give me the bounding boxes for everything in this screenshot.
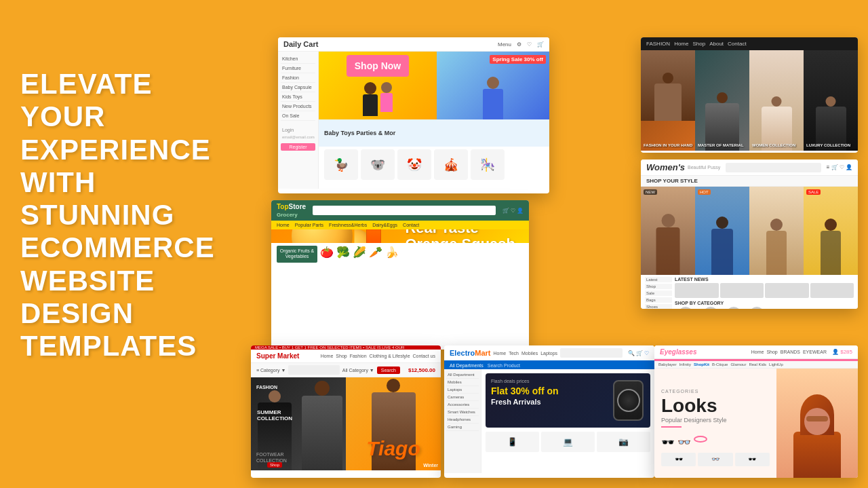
- women-sidebar-item-2[interactable]: Shop: [645, 284, 672, 289]
- sm-brand-name: Tiago: [366, 437, 420, 460]
- em-nav-laptops[interactable]: Laptops: [540, 351, 557, 356]
- sm-left-panel: SummerCollection Shop Fashion FootwearCo…: [251, 377, 346, 470]
- em-sidebar-2[interactable]: Mobiles: [446, 379, 479, 386]
- em-cat-search[interactable]: Search Product: [488, 363, 520, 368]
- em-search[interactable]: [560, 348, 622, 358]
- sm-nav-contact[interactable]: Contact us: [413, 354, 435, 358]
- em-sidebar-4[interactable]: Cameras: [446, 394, 479, 401]
- sm-search-btn[interactable]: Search: [377, 367, 400, 374]
- sm-all-category[interactable]: All Category ▼: [342, 368, 374, 373]
- sm-category-select[interactable]: ≡ Category ▼: [256, 368, 285, 373]
- eg-brand-2[interactable]: Infinity: [679, 362, 691, 367]
- eg-prod-1: 🕶️: [661, 453, 696, 466]
- grocery-header: TopStoreGrocery 🛒 ♡ 👤: [271, 200, 529, 221]
- women-cat-4[interactable]: Hat Products: [745, 307, 768, 309]
- sm-subheader: Super Market Home Shop Fashion Clothing …: [251, 350, 441, 363]
- eg-brand-3[interactable]: ShopKit: [694, 362, 709, 367]
- eg-brand-1[interactable]: Babylayer: [658, 362, 677, 367]
- women-search[interactable]: [726, 163, 821, 172]
- em-cat-all[interactable]: All Departments: [450, 363, 484, 368]
- women-cat-1[interactable]: Sunglasses: [675, 307, 696, 309]
- sm-nav: Home Shop Fashion Clothing & Lifestyle C…: [321, 354, 435, 358]
- em-nav-home[interactable]: Home: [494, 351, 507, 356]
- women-sidebar-item-4[interactable]: Bags: [645, 297, 672, 303]
- orange-bottle: [366, 229, 381, 243]
- baby-header: Daily Cart Menu⚙♡🛒: [278, 37, 549, 52]
- fashion-card-1-label: FASHION IN YOUR HAND: [644, 143, 692, 148]
- women-cat-3[interactable]: Necklace: [726, 307, 743, 309]
- grocery-nav-popular[interactable]: Popular Parts: [295, 223, 323, 227]
- baby-section-title: Baby Toys Parties & Mor: [319, 119, 549, 147]
- eg-glasses-1[interactable]: 🕶️: [661, 436, 675, 449]
- em-sidebar: All Department Mobiles Laptops Cameras A…: [444, 369, 481, 473]
- eg-main-subtitle: Popular Designers Style: [661, 417, 770, 424]
- baby-body: Kitchen Furniture Fashion Baby Capsule K…: [278, 52, 549, 189]
- fashion-card-3: WOMEN COLLECTION: [749, 50, 804, 151]
- veg-2: 🥦: [336, 246, 350, 263]
- grocery-nav-contact[interactable]: Contact: [403, 223, 419, 227]
- sm-search-input[interactable]: [288, 365, 339, 375]
- grocery-search[interactable]: [313, 206, 495, 215]
- grocery-nav-dairy[interactable]: Dairy&Eggs: [372, 223, 397, 227]
- grocery-nav-fresh[interactable]: Freshness&Herbs: [329, 223, 367, 227]
- baby-cat-1[interactable]: Kitchen: [281, 54, 315, 64]
- eg-nav-home[interactable]: Home: [751, 350, 764, 354]
- shop-now-btn[interactable]: Shop Now: [347, 55, 409, 77]
- sm-nav-home[interactable]: Home: [321, 354, 334, 358]
- women-card-2: HOT: [695, 187, 749, 275]
- eg-cart-info: 👤 $285: [832, 349, 852, 355]
- electromart-mockup[interactable]: ElectroMart Home Tech Mobiles Laptops 🔍 …: [444, 345, 654, 478]
- em-sidebar-1[interactable]: All Department: [446, 371, 479, 379]
- em-sidebar-6[interactable]: Smart Watches: [446, 409, 479, 416]
- women-sidebar-item-3[interactable]: Sale: [645, 290, 672, 296]
- em-nav-tech[interactable]: Tech: [509, 351, 519, 356]
- baby-cat-4[interactable]: Baby Capsule: [281, 83, 315, 92]
- fashion-card-4-label: LUXURY COLLECTION: [806, 143, 850, 148]
- eg-brand-4[interactable]: B-Ctique: [712, 362, 728, 367]
- em-sidebar-7[interactable]: Headphones: [446, 416, 479, 424]
- eg-model: [793, 394, 841, 478]
- eg-nav-eyewear[interactable]: EYEWEAR: [803, 350, 827, 354]
- eg-glasses-3[interactable]: [694, 436, 707, 443]
- em-sidebar-8[interactable]: Gaming: [446, 424, 479, 431]
- eg-product-row: 🕶️ 👓: [661, 436, 770, 449]
- eyeglasses-mockup[interactable]: Eyeglasses Home Shop BRANDS EYEWEAR 👤 $2…: [654, 345, 858, 478]
- women-fashion-mockup[interactable]: Women's Beautiful Pussy ≡ 🛒 ♡ 👤 SHOP YOU…: [641, 159, 858, 309]
- women-sidebar-item-5[interactable]: Shoes: [645, 304, 672, 309]
- grocery-nav: Home Popular Parts Freshness&Herbs Dairy…: [271, 221, 529, 229]
- eg-nav-shop[interactable]: Shop: [766, 350, 777, 354]
- eg-brand-7[interactable]: LightUp: [769, 362, 783, 367]
- em-nav-mobiles[interactable]: Mobiles: [521, 351, 538, 356]
- baby-store-mockup[interactable]: Daily Cart Menu⚙♡🛒 Kitchen Furniture Fas…: [278, 37, 549, 193]
- em-watch-image: [613, 380, 644, 421]
- fashion-top-mockup[interactable]: FASHION Home Shop About Contact FASHION …: [641, 37, 858, 153]
- women-sidebar-item-1[interactable]: Latest: [645, 277, 672, 282]
- baby-cat-2[interactable]: Furniture: [281, 64, 315, 73]
- baby-cat-6[interactable]: New Products: [281, 102, 315, 111]
- eg-body: Categories Looks Popular Designers Style…: [654, 369, 858, 478]
- sm-nav-shop[interactable]: Shop: [336, 354, 347, 358]
- grocery-mockup[interactable]: TopStoreGrocery 🛒 ♡ 👤 Home Popular Parts…: [271, 200, 529, 350]
- eg-underline: [661, 426, 682, 428]
- hero-title: ELEVATE YOUR EXPERIENCE WITH STUNNING EC…: [20, 68, 231, 363]
- organic-badge: Organic Fruits & Vegetables: [277, 246, 317, 263]
- sm-nav-fashion[interactable]: Fashion: [350, 354, 367, 358]
- baby-cat-5[interactable]: Kids Toys: [281, 92, 315, 102]
- baby-banner-left: Shop Now: [319, 52, 437, 119]
- supermarket-mockup[interactable]: MEGA SALE • BUY 1 GET 1 FREE ON SELECTED…: [251, 345, 441, 478]
- eg-glasses-2[interactable]: 👓: [677, 436, 691, 449]
- em-sidebar-3[interactable]: Laptops: [446, 386, 479, 394]
- sm-nav-clothing[interactable]: Clothing & Lifestyle: [370, 354, 410, 358]
- grocery-nav-home[interactable]: Home: [277, 223, 290, 227]
- eg-brand-5[interactable]: Glamour: [730, 362, 746, 367]
- women-cat-2[interactable]: Soft Watches: [698, 307, 722, 309]
- baby-cat-7[interactable]: On Sale: [281, 111, 315, 121]
- eg-left: Categories Looks Popular Designers Style…: [654, 369, 776, 478]
- eg-nav-brands[interactable]: BRANDS: [781, 350, 800, 354]
- baby-cat-3[interactable]: Fashion: [281, 73, 315, 83]
- eg-brand-6[interactable]: Real Kids: [749, 362, 766, 367]
- baby-product-3: 🤡: [397, 149, 431, 180]
- fashion-card-2-label: MASTER OF MATERIAL: [698, 143, 744, 148]
- em-sidebar-5[interactable]: Accessories: [446, 401, 479, 409]
- orange-whole: [292, 229, 353, 243]
